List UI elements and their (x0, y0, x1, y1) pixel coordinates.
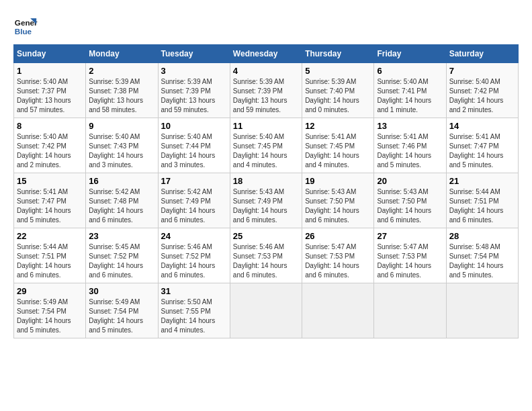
day-detail: Sunrise: 5:40 AMSunset: 7:42 PMDaylight:… (449, 77, 515, 115)
svg-text:Blue: Blue (15, 27, 32, 36)
day-detail: Sunrise: 5:46 AMSunset: 7:53 PMDaylight:… (233, 242, 299, 280)
day-cell (446, 283, 518, 338)
day-number: 23 (89, 231, 154, 241)
col-header-saturday: Saturday (446, 45, 518, 63)
day-detail: Sunrise: 5:41 AMSunset: 7:46 PMDaylight:… (377, 132, 443, 170)
logo-icon: General Blue (13, 13, 38, 38)
day-cell: 27 Sunrise: 5:47 AMSunset: 7:53 PMDaylig… (374, 228, 446, 283)
day-number: 16 (89, 176, 154, 186)
day-detail: Sunrise: 5:40 AMSunset: 7:45 PMDaylight:… (233, 132, 299, 170)
day-number: 14 (449, 121, 515, 131)
day-cell: 1 Sunrise: 5:40 AMSunset: 7:37 PMDayligh… (14, 63, 86, 118)
day-cell (302, 283, 374, 338)
day-detail: Sunrise: 5:41 AMSunset: 7:47 PMDaylight:… (449, 132, 515, 170)
day-cell (230, 283, 302, 338)
day-cell (374, 283, 446, 338)
day-number: 7 (449, 66, 515, 76)
day-number: 1 (17, 66, 83, 76)
day-detail: Sunrise: 5:43 AMSunset: 7:49 PMDaylight:… (233, 187, 299, 225)
day-cell: 2 Sunrise: 5:39 AMSunset: 7:38 PMDayligh… (86, 63, 158, 118)
day-detail: Sunrise: 5:48 AMSunset: 7:54 PMDaylight:… (449, 242, 515, 280)
day-detail: Sunrise: 5:40 AMSunset: 7:44 PMDaylight:… (161, 132, 227, 170)
col-header-friday: Friday (374, 45, 446, 63)
day-cell: 7 Sunrise: 5:40 AMSunset: 7:42 PMDayligh… (446, 63, 518, 118)
day-cell: 9 Sunrise: 5:40 AMSunset: 7:43 PMDayligh… (86, 118, 158, 173)
day-detail: Sunrise: 5:46 AMSunset: 7:52 PMDaylight:… (161, 242, 227, 280)
col-header-thursday: Thursday (302, 45, 374, 63)
day-cell: 5 Sunrise: 5:39 AMSunset: 7:40 PMDayligh… (302, 63, 374, 118)
day-detail: Sunrise: 5:40 AMSunset: 7:37 PMDaylight:… (17, 77, 83, 115)
day-number: 5 (305, 66, 371, 76)
col-header-tuesday: Tuesday (158, 45, 230, 63)
day-number: 9 (89, 121, 154, 131)
day-number: 27 (377, 231, 443, 241)
day-number: 22 (17, 231, 83, 241)
day-detail: Sunrise: 5:42 AMSunset: 7:48 PMDaylight:… (89, 187, 154, 225)
day-number: 30 (89, 286, 154, 296)
day-number: 2 (89, 66, 154, 76)
day-cell: 25 Sunrise: 5:46 AMSunset: 7:53 PMDaylig… (230, 228, 302, 283)
col-header-monday: Monday (86, 45, 158, 63)
day-detail: Sunrise: 5:50 AMSunset: 7:55 PMDaylight:… (161, 298, 227, 335)
day-detail: Sunrise: 5:40 AMSunset: 7:41 PMDaylight:… (377, 77, 443, 115)
col-header-sunday: Sunday (14, 45, 86, 63)
day-number: 6 (377, 66, 443, 76)
day-detail: Sunrise: 5:41 AMSunset: 7:45 PMDaylight:… (305, 132, 371, 170)
day-cell: 18 Sunrise: 5:43 AMSunset: 7:49 PMDaylig… (230, 173, 302, 228)
day-detail: Sunrise: 5:49 AMSunset: 7:54 PMDaylight:… (17, 298, 83, 335)
day-cell: 20 Sunrise: 5:43 AMSunset: 7:50 PMDaylig… (374, 173, 446, 228)
day-number: 25 (233, 231, 299, 241)
day-number: 29 (17, 286, 83, 296)
day-number: 3 (161, 66, 227, 76)
day-detail: Sunrise: 5:47 AMSunset: 7:53 PMDaylight:… (305, 242, 371, 280)
week-row-3: 15 Sunrise: 5:41 AMSunset: 7:47 PMDaylig… (14, 173, 519, 228)
day-cell: 23 Sunrise: 5:45 AMSunset: 7:52 PMDaylig… (86, 228, 158, 283)
day-detail: Sunrise: 5:39 AMSunset: 7:39 PMDaylight:… (161, 77, 227, 115)
day-cell: 11 Sunrise: 5:40 AMSunset: 7:45 PMDaylig… (230, 118, 302, 173)
day-number: 26 (305, 231, 371, 241)
week-row-5: 29 Sunrise: 5:49 AMSunset: 7:54 PMDaylig… (14, 283, 519, 338)
day-cell: 31 Sunrise: 5:50 AMSunset: 7:55 PMDaylig… (158, 283, 230, 338)
day-detail: Sunrise: 5:40 AMSunset: 7:42 PMDaylight:… (17, 132, 83, 170)
day-detail: Sunrise: 5:41 AMSunset: 7:47 PMDaylight:… (17, 187, 83, 225)
day-detail: Sunrise: 5:44 AMSunset: 7:51 PMDaylight:… (17, 242, 83, 280)
day-number: 12 (305, 121, 371, 131)
day-detail: Sunrise: 5:43 AMSunset: 7:50 PMDaylight:… (305, 187, 371, 225)
day-cell: 8 Sunrise: 5:40 AMSunset: 7:42 PMDayligh… (14, 118, 86, 173)
day-detail: Sunrise: 5:40 AMSunset: 7:43 PMDaylight:… (89, 132, 154, 170)
col-header-wednesday: Wednesday (230, 45, 302, 63)
day-cell: 28 Sunrise: 5:48 AMSunset: 7:54 PMDaylig… (446, 228, 518, 283)
day-detail: Sunrise: 5:45 AMSunset: 7:52 PMDaylight:… (89, 242, 154, 280)
day-cell: 29 Sunrise: 5:49 AMSunset: 7:54 PMDaylig… (14, 283, 86, 338)
day-cell: 4 Sunrise: 5:39 AMSunset: 7:39 PMDayligh… (230, 63, 302, 118)
day-detail: Sunrise: 5:49 AMSunset: 7:54 PMDaylight:… (89, 298, 154, 335)
day-number: 28 (449, 231, 515, 241)
day-number: 20 (377, 176, 443, 186)
day-cell: 14 Sunrise: 5:41 AMSunset: 7:47 PMDaylig… (446, 118, 518, 173)
day-detail: Sunrise: 5:39 AMSunset: 7:40 PMDaylight:… (305, 77, 371, 115)
day-cell: 26 Sunrise: 5:47 AMSunset: 7:53 PMDaylig… (302, 228, 374, 283)
day-number: 17 (161, 176, 227, 186)
day-number: 18 (233, 176, 299, 186)
day-number: 4 (233, 66, 299, 76)
day-number: 19 (305, 176, 371, 186)
header-row: SundayMondayTuesdayWednesdayThursdayFrid… (14, 45, 519, 63)
day-cell: 6 Sunrise: 5:40 AMSunset: 7:41 PMDayligh… (374, 63, 446, 118)
week-row-2: 8 Sunrise: 5:40 AMSunset: 7:42 PMDayligh… (14, 118, 519, 173)
week-row-4: 22 Sunrise: 5:44 AMSunset: 7:51 PMDaylig… (14, 228, 519, 283)
day-cell: 17 Sunrise: 5:42 AMSunset: 7:49 PMDaylig… (158, 173, 230, 228)
day-detail: Sunrise: 5:43 AMSunset: 7:50 PMDaylight:… (377, 187, 443, 225)
day-cell: 22 Sunrise: 5:44 AMSunset: 7:51 PMDaylig… (14, 228, 86, 283)
day-detail: Sunrise: 5:42 AMSunset: 7:49 PMDaylight:… (161, 187, 227, 225)
day-number: 24 (161, 231, 227, 241)
day-number: 8 (17, 121, 83, 131)
day-cell: 13 Sunrise: 5:41 AMSunset: 7:46 PMDaylig… (374, 118, 446, 173)
week-row-1: 1 Sunrise: 5:40 AMSunset: 7:37 PMDayligh… (14, 63, 519, 118)
day-number: 10 (161, 121, 227, 131)
day-number: 15 (17, 176, 83, 186)
calendar-table: SundayMondayTuesdayWednesdayThursdayFrid… (13, 44, 519, 338)
header: General Blue (13, 13, 519, 38)
day-cell: 16 Sunrise: 5:42 AMSunset: 7:48 PMDaylig… (86, 173, 158, 228)
day-number: 11 (233, 121, 299, 131)
day-detail: Sunrise: 5:39 AMSunset: 7:38 PMDaylight:… (89, 77, 154, 115)
